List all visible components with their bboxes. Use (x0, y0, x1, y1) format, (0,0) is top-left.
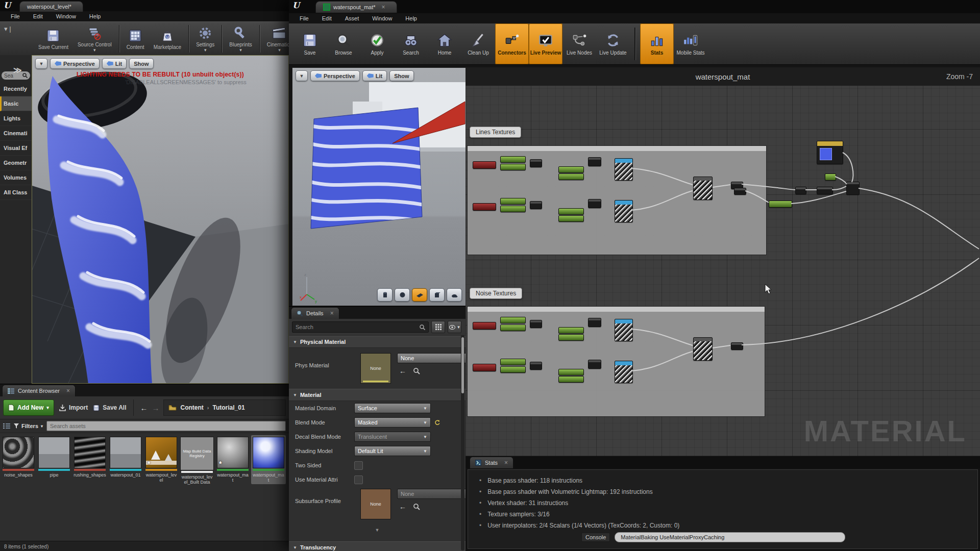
content-browser-tab[interactable]: Content Browser × (2, 385, 76, 396)
material-node-dark[interactable] (734, 188, 746, 195)
asset-tile-waterspout-level-built-data[interactable]: Map Build Data Registrywaterspout_level_… (180, 435, 214, 486)
asset-tile-rushing-shapes[interactable]: rushing_shapes (72, 435, 107, 479)
menu-file[interactable]: File (293, 15, 315, 21)
material-node-green[interactable] (558, 173, 584, 180)
viewport-perspective-button[interactable]: Perspective (50, 58, 100, 69)
viewport-lit-button[interactable]: Lit (102, 58, 127, 69)
material-preview-viewport[interactable]: z x y ▼PerspectiveLitShow (292, 67, 467, 306)
material-node-tex[interactable] (615, 200, 633, 222)
viewport-show-button[interactable]: Show (389, 70, 413, 81)
asset-tile-waterspout-mat[interactable]: *waterspout_mat (215, 435, 250, 484)
translucency-section-header[interactable]: ▼ Translucency (289, 541, 465, 551)
live-nodes-button[interactable]: Live Nodes (562, 23, 596, 64)
material-node-green[interactable] (769, 201, 792, 208)
blend-mode-dropdown[interactable]: Masked▼ (354, 417, 431, 428)
material-tab[interactable]: waterspout_mat* × (315, 1, 397, 13)
place-category-basic[interactable]: Basic (0, 96, 32, 111)
live-preview-button[interactable]: Live Preview (529, 23, 562, 64)
shading-model-dropdown[interactable]: Default Lit▼ (354, 446, 431, 456)
material-node-dark[interactable] (846, 182, 860, 195)
material-node-noise[interactable] (693, 337, 713, 361)
material-node-dark[interactable] (795, 187, 806, 194)
material-node-red[interactable] (473, 322, 496, 330)
comment-frame[interactable] (467, 145, 767, 255)
place-category-visual-ef[interactable]: Visual Ef (0, 141, 32, 156)
graph-canvas[interactable]: MATERIAL Lines TexturesNoise Textures (465, 86, 980, 456)
material-node-green[interactable] (558, 215, 584, 222)
material-domain-dropdown[interactable]: Surface▼ (354, 403, 431, 413)
material-node-green[interactable] (500, 206, 526, 212)
property-matrix-button[interactable] (431, 321, 445, 333)
connectors-button[interactable]: Connectors (495, 23, 529, 64)
sources-list-icon[interactable] (3, 423, 10, 429)
browse-to-asset-icon[interactable] (413, 368, 420, 374)
subsurface-thumbnail[interactable]: None (360, 489, 391, 519)
use-selected-arrow-icon[interactable]: ← (399, 503, 406, 511)
close-icon[interactable]: × (382, 4, 385, 11)
material-node-dark[interactable] (530, 201, 542, 209)
place-category-recently[interactable]: Recently (0, 82, 32, 96)
material-node-green[interactable] (500, 164, 526, 170)
asset-tile-pipe[interactable]: pipe (37, 435, 71, 479)
expand-panel-button[interactable]: ≫ (13, 65, 22, 75)
place-category-cinemati[interactable]: Cinemati (0, 126, 32, 141)
view-options-button[interactable]: ▾ (448, 321, 461, 333)
scroll-more-indicator[interactable]: ▼ (289, 524, 465, 533)
material-node-green[interactable] (825, 173, 836, 181)
back-arrow-button[interactable]: ← (140, 404, 148, 412)
material-node-green[interactable] (500, 317, 526, 323)
material-node-red[interactable] (473, 203, 496, 211)
live-update-button[interactable]: Live Update (596, 23, 630, 64)
preview-shape-custom-button[interactable] (447, 288, 462, 302)
material-node-dark[interactable] (530, 362, 542, 370)
blueprints-button[interactable]: Blueprints▾ (225, 22, 256, 56)
forward-arrow-button[interactable]: → (152, 404, 159, 412)
menu-edit[interactable]: Edit (315, 15, 338, 21)
comment-frame[interactable] (467, 306, 765, 417)
viewport-show-button[interactable]: Show (129, 58, 153, 69)
viewport-options-dropdown[interactable]: ▼ (296, 70, 308, 81)
material-node-tex[interactable] (615, 319, 633, 341)
material-node-green[interactable] (558, 369, 584, 375)
breadcrumb-folder[interactable]: Tutorial_01 (212, 404, 244, 411)
material-node-dark[interactable] (530, 159, 542, 167)
asset-tile-waterspout-mat[interactable]: waterspout_mat (251, 435, 286, 484)
level-tab[interactable]: waterspout_level* (19, 1, 83, 12)
stats-tab[interactable]: Stats × (470, 457, 513, 468)
filters-button[interactable]: Filters ▾ (14, 423, 43, 429)
menu-edit[interactable]: Edit (27, 13, 50, 19)
material-node-green[interactable] (558, 208, 584, 215)
two-sided-checkbox[interactable] (354, 461, 363, 470)
menu-help[interactable]: Help (399, 15, 424, 21)
menu-window[interactable]: Window (365, 15, 399, 21)
asset-tile-waterspout-01[interactable]: waterspout_01 (108, 435, 143, 479)
import-button[interactable]: Import (59, 404, 88, 411)
material-node-green[interactable] (500, 198, 526, 205)
menu-file[interactable]: File (4, 13, 27, 19)
material-node-green[interactable] (558, 376, 584, 383)
viewport-lit-button[interactable]: Lit (362, 70, 387, 81)
material-node-green[interactable] (558, 327, 584, 334)
material-node-green[interactable] (558, 166, 584, 173)
level-viewport[interactable]: ▼PerspectiveLitShow LIGHTING NEEDS TO BE… (32, 55, 289, 384)
save-current-button[interactable]: Save Current (34, 22, 73, 56)
preview-shape-cylinder-button[interactable] (377, 288, 393, 302)
material-node-red[interactable] (473, 364, 496, 371)
source-control-button[interactable]: Source Control▾ (73, 22, 116, 56)
material-node-dark[interactable] (588, 360, 601, 369)
material-node-red[interactable] (473, 161, 496, 169)
preview-shape-cube-button[interactable] (429, 288, 445, 302)
physical-material-section-header[interactable]: ▼ Physical Material (289, 336, 465, 348)
save-all-button[interactable]: Save All (93, 404, 126, 411)
material-node-dark[interactable] (817, 187, 833, 194)
preview-shape-sphere-button[interactable] (395, 288, 410, 302)
home-button[interactable]: Home (428, 23, 461, 64)
details-search-input[interactable]: Search (292, 321, 429, 333)
material-section-header[interactable]: ▼ Material (289, 389, 465, 401)
save-button[interactable]: Save (293, 23, 327, 64)
material-node-dark[interactable] (530, 320, 542, 328)
console-input[interactable] (615, 532, 845, 542)
phys-material-thumbnail[interactable]: None (360, 353, 391, 384)
close-icon[interactable]: × (66, 387, 70, 394)
apply-button[interactable]: Apply (360, 23, 394, 64)
